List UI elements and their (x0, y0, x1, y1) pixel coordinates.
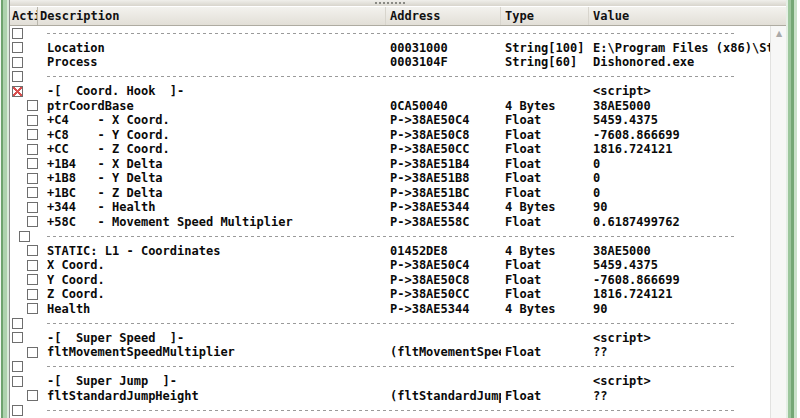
active-checkbox[interactable] (27, 289, 38, 300)
address-row[interactable]: X Coord.P->38AE50C4Float5459.4375 (10, 258, 770, 273)
value-cell[interactable]: <script> (589, 374, 770, 389)
active-checkbox[interactable] (12, 405, 23, 416)
description-cell: Location (47, 41, 386, 56)
column-header-type[interactable]: Type (501, 7, 589, 25)
description-cell: +C4 - X Coord. (47, 113, 386, 128)
address-row[interactable]: Y Coord.P->38AE50C8Float-7608.866699 (10, 273, 770, 288)
value-cell[interactable]: Dishonored.exe (589, 55, 770, 70)
active-checkbox[interactable] (27, 390, 38, 401)
active-checkbox[interactable] (12, 71, 23, 82)
value-cell[interactable]: 38AE5000 (589, 99, 770, 114)
column-header-description[interactable]: Description (38, 7, 386, 25)
address-row[interactable]: ptrCoordBase0CA500404 Bytes38AE5000 (10, 99, 770, 114)
address-row[interactable]: HealthP->38AE53444 Bytes90 (10, 302, 770, 317)
separator-row[interactable] (10, 26, 770, 41)
value-cell[interactable]: ?? (589, 389, 770, 404)
active-checkbox[interactable] (12, 42, 23, 53)
active-checkbox[interactable] (12, 28, 23, 39)
separator-dashes (47, 366, 735, 367)
address-row[interactable]: STATIC: L1 - Coordinates01452DE84 Bytes3… (10, 244, 770, 259)
active-checkbox[interactable] (12, 57, 23, 68)
active-checkbox[interactable] (27, 245, 38, 256)
value-cell[interactable]: 0 (589, 157, 770, 172)
value-cell[interactable]: <script> (589, 331, 770, 346)
type-cell: Float (501, 157, 589, 172)
address-row[interactable]: +C4 - X Coord.P->38AE50C4Float5459.4375 (10, 113, 770, 128)
active-checkbox[interactable] (27, 260, 38, 271)
active-cell (10, 332, 47, 343)
description-cell: fltStandardJumpHeight (47, 389, 386, 404)
active-checkbox[interactable] (27, 274, 38, 285)
active-checkbox[interactable] (27, 158, 38, 169)
separator-row[interactable] (10, 229, 770, 244)
active-checkbox[interactable] (27, 216, 38, 227)
active-checkbox[interactable] (12, 376, 23, 387)
separator-row[interactable] (10, 70, 770, 85)
address-row[interactable]: fltStandardJumpHeight(fltStandardJumpFlo… (10, 389, 770, 404)
active-checkbox-checked[interactable] (12, 86, 23, 97)
address-row[interactable]: +58C - Movement Speed MultiplierP->38AE5… (10, 215, 770, 230)
active-checkbox[interactable] (12, 318, 23, 329)
active-checkbox[interactable] (27, 129, 38, 140)
address-row[interactable]: +CC - Z Coord.P->38AE50CCFloat1816.72412… (10, 142, 770, 157)
value-cell[interactable]: ?? (589, 345, 770, 360)
value-cell[interactable]: 5459.4375 (589, 113, 770, 128)
value-cell[interactable]: 1816.724121 (589, 287, 770, 302)
type-cell: Float (501, 258, 589, 273)
active-checkbox[interactable] (12, 361, 23, 372)
scroll-up-button[interactable]: ▲ (771, 26, 787, 42)
active-checkbox[interactable] (27, 115, 38, 126)
active-checkbox[interactable] (27, 303, 38, 314)
splitter-grip-icon[interactable] (375, 2, 405, 5)
address-row[interactable]: +1B4 - X DeltaP->38AE51B4Float0 (10, 157, 770, 172)
value-cell[interactable]: 0.6187499762 (589, 215, 770, 230)
value-cell[interactable]: -7608.866699 (589, 273, 770, 288)
separator-row[interactable] (10, 360, 770, 375)
cheat-table-window: Acti Description Address Type Value Loca… (0, 0, 800, 418)
value-cell[interactable]: 5459.4375 (589, 258, 770, 273)
active-checkbox[interactable] (12, 332, 23, 343)
value-cell[interactable]: 38AE5000 (589, 244, 770, 259)
splitter-bar[interactable] (10, 0, 786, 7)
value-cell[interactable]: 90 (589, 302, 770, 317)
address-row[interactable]: Z Coord.P->38AE50CCFloat1816.724121 (10, 287, 770, 302)
scrollbar[interactable]: ▲ (770, 26, 786, 418)
value-cell[interactable]: 90 (589, 200, 770, 215)
address-cell: P->38AE50C8 (386, 128, 501, 143)
address-row[interactable]: +1BC - Z DeltaP->38AE51BCFloat0 (10, 186, 770, 201)
address-row[interactable]: +C8 - Y Coord.P->38AE50C8Float-7608.8666… (10, 128, 770, 143)
active-cell (10, 115, 47, 126)
value-cell[interactable]: 0 (589, 186, 770, 201)
active-cell (10, 202, 47, 213)
separator-dashes (47, 323, 735, 324)
address-row[interactable]: -[ Coord. Hook ]-<script> (10, 84, 770, 99)
address-cell: P->38AE50CC (386, 287, 501, 302)
value-cell[interactable]: 1816.724121 (589, 142, 770, 157)
address-row[interactable]: -[ Super Speed ]-<script> (10, 331, 770, 346)
description-cell: +1BC - Z Delta (47, 186, 386, 201)
separator-row[interactable] (10, 316, 770, 331)
address-row[interactable]: fltMovementSpeedMultiplier(fltMovementSp… (10, 345, 770, 360)
address-row[interactable]: +1B8 - Y DeltaP->38AE51B8Float0 (10, 171, 770, 186)
description-cell: +C8 - Y Coord. (47, 128, 386, 143)
address-row[interactable]: Location00031000String[100]E:\Program Fi… (10, 41, 770, 56)
separator-row[interactable] (10, 403, 770, 418)
column-header-address[interactable]: Address (386, 7, 501, 25)
value-cell[interactable]: 0 (589, 171, 770, 186)
value-cell[interactable]: -7608.866699 (589, 128, 770, 143)
active-checkbox[interactable] (27, 173, 38, 184)
column-header-active[interactable]: Acti (10, 7, 38, 25)
value-cell[interactable]: <script> (589, 84, 770, 99)
active-checkbox[interactable] (27, 202, 38, 213)
active-checkbox[interactable] (27, 347, 38, 358)
value-cell[interactable]: E:\Program Files (x86)\Ste (589, 41, 770, 56)
active-checkbox[interactable] (27, 100, 38, 111)
active-checkbox[interactable] (19, 231, 30, 242)
active-checkbox[interactable] (27, 187, 38, 198)
active-cell (10, 57, 47, 68)
address-row[interactable]: -[ Super Jump ]-<script> (10, 374, 770, 389)
column-header-value[interactable]: Value (589, 7, 786, 25)
address-row[interactable]: Process0003104FString[60]Dishonored.exe (10, 55, 770, 70)
active-checkbox[interactable] (27, 144, 38, 155)
address-row[interactable]: +344 - HealthP->38AE53444 Bytes90 (10, 200, 770, 215)
